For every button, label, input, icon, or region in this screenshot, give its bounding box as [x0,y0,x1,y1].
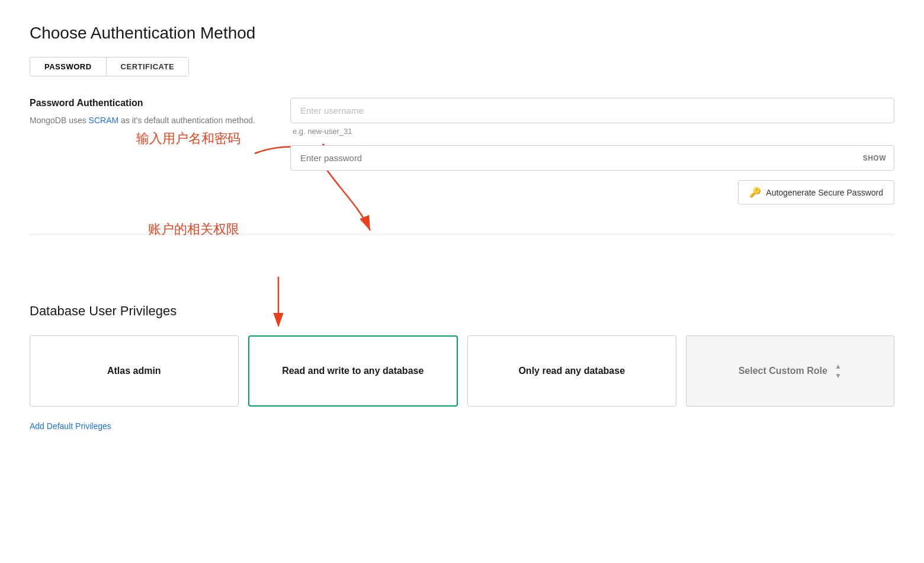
show-password-button[interactable]: SHOW [863,154,886,162]
autogenerate-label: Autogenerate Secure Password [766,188,883,197]
atlas-admin-label: Atlas admin [107,366,161,376]
privilege-cards: Atlas admin Read and write to any databa… [30,335,894,407]
auth-description: Password Authentication MongoDB uses SCR… [30,98,267,133]
auth-section: Password Authentication MongoDB uses SCR… [30,98,894,204]
password-wrapper: SHOW [290,145,894,171]
tab-certificate[interactable]: CERTIFICATE [107,57,188,76]
read-write-label: Read and write to any database [282,364,424,378]
privilege-card-atlas-admin[interactable]: Atlas admin [30,335,239,407]
username-hint: e.g. new-user_31 [293,127,894,136]
custom-role-arrows-icon: ▲ ▼ [835,362,842,380]
password-input[interactable] [290,145,894,171]
auth-description-title: Password Authentication [30,98,267,108]
arrow-to-privileges [255,274,302,327]
privileges-title: Database User Privileges [30,303,894,319]
scram-link[interactable]: SCRAM [89,116,119,125]
auth-description-text: MongoDB uses SCRAM as it's default authe… [30,114,267,127]
auth-tabs: PASSWORD CERTIFICATE [30,57,189,76]
custom-role-label: Select Custom Role [739,364,827,378]
tab-password[interactable]: PASSWORD [30,57,107,76]
arrow-to-password [314,162,385,239]
username-input[interactable] [290,98,894,123]
password-group: SHOW [290,145,894,171]
page-title: Choose Authentication Method [30,24,894,43]
read-only-label: Only read any database [518,364,625,378]
key-icon: 🔑 [749,187,761,198]
privilege-card-read-only[interactable]: Only read any database [467,335,676,407]
autogenerate-button[interactable]: 🔑 Autogenerate Secure Password [738,180,894,204]
privilege-card-read-write[interactable]: Read and write to any database [248,335,458,407]
annotation-privileges: 账户的相关权限 [148,220,239,238]
privilege-card-custom-role[interactable]: Select Custom Role ▲ ▼ [686,335,895,407]
username-group: e.g. new-user_31 [290,98,894,136]
annotation-enter-credentials: 输入用户名和密码 [136,130,240,148]
privileges-section: 账户的相关权限 Database User Privileges Atlas a… [30,256,894,431]
add-privileges-link[interactable]: Add Default Privileges [30,421,111,431]
